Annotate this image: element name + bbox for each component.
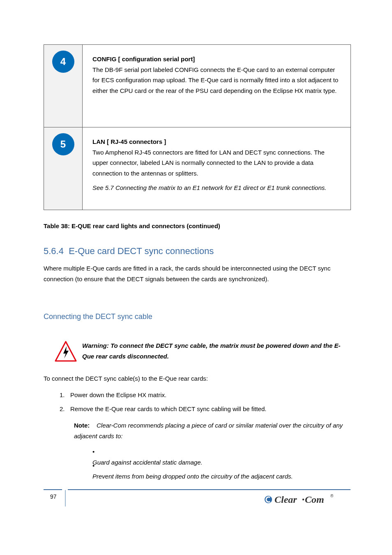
row2-body: Two Amphenol RJ-45 connectors are fitted… <box>92 147 341 179</box>
svg-text:Clear: Clear <box>274 494 297 505</box>
row2-body-cell: LAN [ RJ-45 connectors ] Two Amphenol RJ… <box>83 127 351 210</box>
svg-point-3 <box>302 499 304 500</box>
footer-divider <box>65 490 66 506</box>
row2-title: LAN [ RJ-45 connectors ] <box>92 138 166 145</box>
row1-title: CONFIG [ configuration serial port] <box>92 56 195 62</box>
bullet-2: •Prevent items from being dropped onto t… <box>92 460 351 481</box>
ports-table: 4 CONFIG [ configuration serial port] Th… <box>44 44 351 210</box>
number-circle-5: 5 <box>52 133 74 155</box>
section-heading: 5.6.4 E-Que card DECT sync connections <box>44 246 214 257</box>
row1-icon-cell: 4 <box>44 45 83 127</box>
note-line: Note: Clear-Com recommends placing a pie… <box>74 420 352 441</box>
step-1: 1.Power down the Eclipse HX matrix. <box>60 390 351 400</box>
step-2: 2.Remove the E-Que rear cards to which D… <box>60 404 351 414</box>
svg-text:Com: Com <box>305 494 324 505</box>
sub-heading: Connecting the DECT sync cable <box>44 312 152 321</box>
warning-icon <box>54 340 77 364</box>
warning-text: Warning: To connect the DECT sync cable,… <box>82 340 352 361</box>
number-circle-4: 4 <box>52 51 74 73</box>
page-number: 97 <box>50 493 57 500</box>
table-caption: Table 38: E-QUE rear card lights and con… <box>44 222 220 229</box>
svg-text:®: ® <box>330 494 334 498</box>
row1-body-cell: CONFIG [ configuration serial port] The … <box>83 45 351 127</box>
footer-rule-left <box>44 489 62 490</box>
row2-icon-cell: 5 <box>44 127 83 210</box>
section-body: Where multiple E-Que cards are fitted in… <box>44 263 352 284</box>
row2-note: See 5.7 Connecting the matrix to an E1 n… <box>92 183 341 193</box>
footer-rule-right <box>68 489 350 490</box>
row1-body: The DB-9F serial port labeled CONFIG con… <box>92 65 341 96</box>
clearcom-logo: Clear Com ® <box>261 493 352 508</box>
steps-intro: To connect the DECT sync cable(s) to the… <box>44 373 352 384</box>
